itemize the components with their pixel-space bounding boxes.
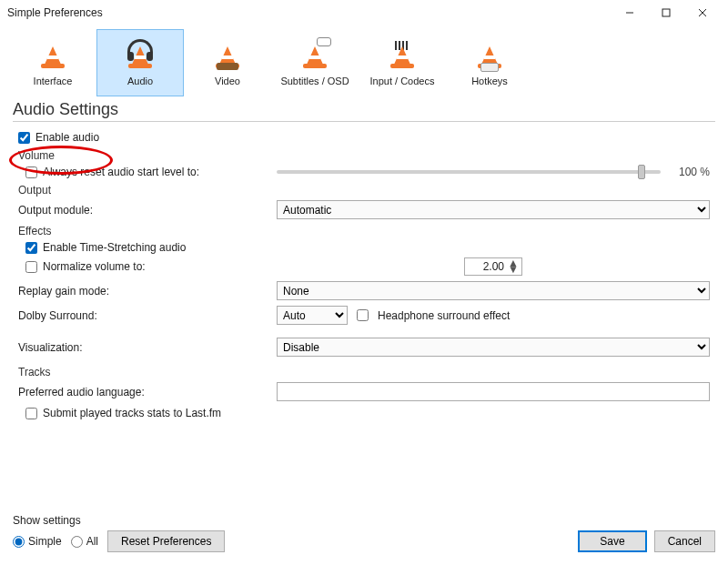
window-controls xyxy=(612,0,721,25)
timestretch-checkbox[interactable] xyxy=(25,242,37,254)
visualization-select[interactable]: Disable xyxy=(277,338,710,357)
tab-video[interactable]: Video xyxy=(184,29,271,96)
show-settings-group: Show settings Simple All Reset Preferenc… xyxy=(13,514,225,552)
save-button[interactable]: Save xyxy=(578,530,646,552)
visualization-row: Visualization: Disable xyxy=(13,338,715,357)
volume-percent: 100 % xyxy=(668,166,710,178)
tab-label: Input / Codecs xyxy=(370,76,435,86)
replay-gain-row: Replay gain mode: None xyxy=(13,281,715,300)
tab-interface[interactable]: Interface xyxy=(9,29,96,96)
headphone-effect-checkbox[interactable] xyxy=(357,309,369,321)
output-module-row: Output module: Automatic xyxy=(13,200,715,219)
reset-level-label: Always reset audio start level to: xyxy=(43,166,199,178)
normalize-spinner[interactable]: 2.00 ▲▼ xyxy=(464,257,522,276)
preferred-lang-label: Preferred audio language: xyxy=(13,386,277,399)
tab-codecs[interactable]: Input / Codecs xyxy=(359,29,446,96)
radio-all[interactable]: All xyxy=(71,535,98,548)
volume-reset-row: Always reset audio start level to: 100 % xyxy=(13,166,715,178)
subtitles-cone-icon xyxy=(297,39,333,72)
tab-label: Hotkeys xyxy=(471,76,508,86)
enable-audio-checkbox[interactable] xyxy=(18,132,30,144)
reset-preferences-button[interactable]: Reset Preferences xyxy=(107,530,225,552)
cone-icon xyxy=(35,39,71,72)
normalize-checkbox[interactable] xyxy=(25,261,37,273)
cancel-button[interactable]: Cancel xyxy=(654,530,715,552)
effects-section-label: Effects xyxy=(18,225,715,237)
svg-rect-1 xyxy=(662,9,670,16)
tab-label: Subtitles / OSD xyxy=(280,76,349,86)
audio-cone-icon xyxy=(122,39,158,72)
dolby-label: Dolby Surround: xyxy=(13,309,277,322)
timestretch-label: Enable Time-Stretching audio xyxy=(43,241,186,254)
preferred-lang-row: Preferred audio language: xyxy=(13,382,715,401)
lastfm-label: Submit played tracks stats to Last.fm xyxy=(43,407,221,419)
video-cone-icon xyxy=(209,39,246,72)
tab-hotkeys[interactable]: Hotkeys xyxy=(446,29,533,96)
volume-slider[interactable] xyxy=(277,170,661,174)
tracks-section-label: Tracks xyxy=(18,366,715,378)
headphone-effect-label: Headphone surround effect xyxy=(378,309,510,322)
dolby-select[interactable]: Auto xyxy=(277,306,348,325)
content-area: Audio Settings Enable audio Volume Alway… xyxy=(0,96,728,419)
reset-level-checkbox[interactable] xyxy=(25,166,37,178)
minimize-button[interactable] xyxy=(612,0,648,25)
footer: Show settings Simple All Reset Preferenc… xyxy=(0,507,728,565)
window-title: Simple Preferences xyxy=(7,6,103,19)
show-settings-label: Show settings xyxy=(13,514,225,527)
codecs-cone-icon xyxy=(384,39,420,72)
replay-gain-label: Replay gain mode: xyxy=(13,285,277,298)
lastfm-checkbox[interactable] xyxy=(25,408,37,419)
category-tabs: Interface Audio Video Subtitles / OSD In… xyxy=(0,25,728,96)
tab-subtitles[interactable]: Subtitles / OSD xyxy=(271,29,359,96)
preferred-lang-input[interactable] xyxy=(277,382,710,401)
normalize-value: 2.00 xyxy=(468,260,508,273)
enable-audio-row: Enable audio xyxy=(13,131,715,144)
normalize-row: Normalize volume to: 2.00 ▲▼ xyxy=(13,257,715,276)
page-heading: Audio Settings xyxy=(13,100,715,122)
tab-label: Video xyxy=(215,76,240,86)
hotkeys-cone-icon xyxy=(471,39,508,72)
visualization-label: Visualization: xyxy=(13,341,277,354)
output-module-label: Output module: xyxy=(13,204,277,217)
maximize-button[interactable] xyxy=(648,0,684,25)
dolby-row: Dolby Surround: Auto Headphone surround … xyxy=(13,306,715,325)
close-button[interactable] xyxy=(684,0,721,25)
tab-label: Interface xyxy=(34,76,73,86)
output-module-select[interactable]: Automatic xyxy=(277,200,710,219)
output-section-label: Output xyxy=(18,184,715,197)
radio-simple[interactable]: Simple xyxy=(13,535,62,548)
replay-gain-select[interactable]: None xyxy=(277,281,710,300)
titlebar: Simple Preferences xyxy=(0,0,728,25)
tab-label: Audio xyxy=(127,76,153,86)
spinner-arrows-icon: ▲▼ xyxy=(508,260,519,273)
enable-audio-label: Enable audio xyxy=(35,131,99,144)
tab-audio[interactable]: Audio xyxy=(96,29,184,96)
volume-section-label: Volume xyxy=(18,149,715,162)
normalize-label: Normalize volume to: xyxy=(43,260,146,273)
slider-thumb-icon xyxy=(638,165,645,179)
